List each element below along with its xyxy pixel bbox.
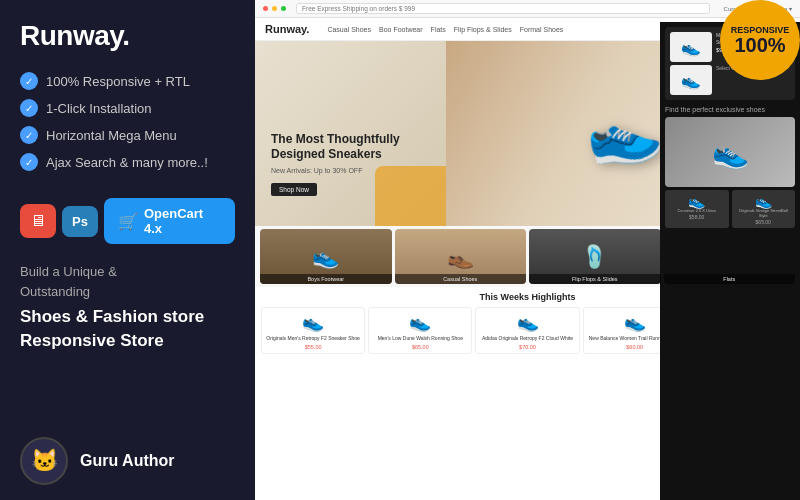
feature-item-2: ✓ 1-Click Installation [20, 99, 235, 117]
author-section: 🐱 Guru Author [20, 437, 235, 485]
hero-text: The Most Thoughtfully Designed Sneakers … [271, 132, 401, 196]
cat-label-3: Flip Flops & Slides [529, 274, 661, 284]
panel-product-grid: 👟 Converse 2.0 X Uniss $58.00 👟 Original… [665, 190, 795, 228]
hero-heading: The Most Thoughtfully Designed Sneakers [271, 132, 401, 163]
features-list: ✓ 100% Responsive + RTL ✓ 1-Click Instal… [20, 72, 235, 180]
nav-link-3[interactable]: Flats [431, 26, 446, 33]
cart-icon: 🛒 [118, 212, 138, 231]
opencart-button[interactable]: 🛒 OpenCart 4.x [104, 198, 235, 244]
highlight-card-1[interactable]: 👟 Originals Men's Retropy F2 Sneaker Sho… [261, 307, 365, 354]
panel-product-img-1: 👟 [688, 193, 705, 209]
panel-shoe-img-1: 👟 [670, 32, 712, 62]
mockup-topbar: Free Express Shipping on orders $ 999 Cu… [255, 0, 800, 18]
mockup-logo: Runway. [265, 23, 309, 35]
highlight-card-3[interactable]: 👟 Adidas Originals Retropy F2 Cloud Whit… [475, 307, 579, 354]
opencart-label: OpenCart 4.x [144, 206, 221, 236]
url-bar[interactable]: Free Express Shipping on orders $ 999 [296, 3, 710, 14]
dot-green [281, 6, 286, 11]
highlight-shoe-1: 👟 [302, 311, 324, 333]
preview-wrapper: Responsive 100% Free Express Shipping on… [255, 0, 800, 500]
highlight-name-1: Originals Men's Retropy F2 Sneaker Shoe [266, 335, 360, 342]
store-title: Shoes & Fashion store Responsive Store [20, 305, 235, 353]
panel-section-label: Find the perfect exclusive shoes [665, 103, 795, 114]
highlight-shoe-2: 👟 [409, 311, 431, 333]
panel-product-1[interactable]: 👟 Converse 2.0 X Uniss $58.00 [665, 190, 729, 228]
highlight-name-2: Men's Low Dune Walsh Running Shoe [378, 335, 463, 342]
right-panel: 👟 Men's AdiRace M Running Sneaker Shoe $… [660, 22, 800, 500]
feature-label-1: 100% Responsive + RTL [46, 74, 190, 89]
build-text: Build a Unique &Outstanding [20, 262, 235, 301]
feature-item-1: ✓ 100% Responsive + RTL [20, 72, 235, 90]
hero-button[interactable]: Shop Now [271, 183, 317, 196]
feature-item-4: ✓ Ajax Search & many more..! [20, 153, 235, 171]
highlight-price-3: $70.00 [519, 344, 536, 350]
panel-product-price-1: $58.00 [689, 214, 704, 220]
panel-product-2[interactable]: 👟 Originals Vintage StreetBall Style $65… [732, 190, 796, 228]
panel-product-img-2: 👟 [755, 193, 772, 209]
dot-red [263, 6, 268, 11]
feature-label-2: 1-Click Installation [46, 101, 152, 116]
author-name: Guru Author [80, 452, 175, 470]
panel-shoe-img-2: 👟 [670, 65, 712, 95]
tech-buttons: 🖥 Ps 🛒 OpenCart 4.x [20, 198, 235, 244]
feature-label-4: Ajax Search & many more..! [46, 155, 208, 170]
highlight-price-1: $55.00 [305, 344, 322, 350]
ps-button[interactable]: Ps [62, 206, 98, 237]
check-icon-4: ✓ [20, 153, 38, 171]
highlight-price-2: $65.00 [412, 344, 429, 350]
hero-shoe-image: 👟 [577, 90, 668, 178]
hero-sub: New Arrivals: Up to 30% OFF [271, 167, 401, 174]
nav-link-1[interactable]: Casual Shoes [327, 26, 371, 33]
brand-title: Runway. [20, 20, 235, 52]
main-content: Responsive 100% Free Express Shipping on… [255, 0, 800, 500]
panel-product-name-2: Originals Vintage StreetBall Style [735, 209, 793, 219]
pc-icon: 🖥 [30, 212, 46, 230]
panel-product-price-2: $65.00 [756, 219, 771, 225]
dot-yellow [272, 6, 277, 11]
feature-label-3: Horizontal Mega Menu [46, 128, 177, 143]
cat-label-2: Casual Shoes [395, 274, 527, 284]
sidebar: Runway. ✓ 100% Responsive + RTL ✓ 1-Clic… [0, 0, 255, 500]
responsive-badge: Responsive 100% [720, 0, 800, 80]
nav-link-5[interactable]: Formal Shoes [520, 26, 564, 33]
highlight-card-2[interactable]: 👟 Men's Low Dune Walsh Running Shoe $65.… [368, 307, 472, 354]
check-icon-1: ✓ [20, 72, 38, 90]
highlight-name-3: Adidas Originals Retropy F2 Cloud White [482, 335, 573, 342]
check-icon-2: ✓ [20, 99, 38, 117]
nav-link-2[interactable]: Boo Footwear [379, 26, 423, 33]
cat-label-1: Boys Footwear [260, 274, 392, 284]
feature-item-3: ✓ Horizontal Mega Menu [20, 126, 235, 144]
highlight-shoe-3: 👟 [517, 311, 539, 333]
panel-large-shoe-icon: 👟 [712, 135, 749, 170]
cat-label-4: Flats [664, 274, 796, 284]
author-avatar: 🐱 [20, 437, 68, 485]
panel-large-image: 👟 [665, 117, 795, 187]
responsive-percent: 100% [734, 35, 785, 55]
highlight-shoe-4: 👟 [624, 311, 646, 333]
pc-button[interactable]: 🖥 [20, 204, 56, 238]
store-title-text: Shoes & Fashion store Responsive Store [20, 307, 204, 350]
ps-icon: Ps [72, 214, 88, 229]
nav-link-4[interactable]: Flip Flops & Slides [454, 26, 512, 33]
highlight-price-4: $60.00 [626, 344, 643, 350]
category-casual-shoes[interactable]: 👞 Casual Shoes [395, 229, 527, 284]
category-flip-flops[interactable]: 🩴 Flip Flops & Slides [529, 229, 661, 284]
check-icon-3: ✓ [20, 126, 38, 144]
category-boys-footwear[interactable]: 👟 Boys Footwear [260, 229, 392, 284]
